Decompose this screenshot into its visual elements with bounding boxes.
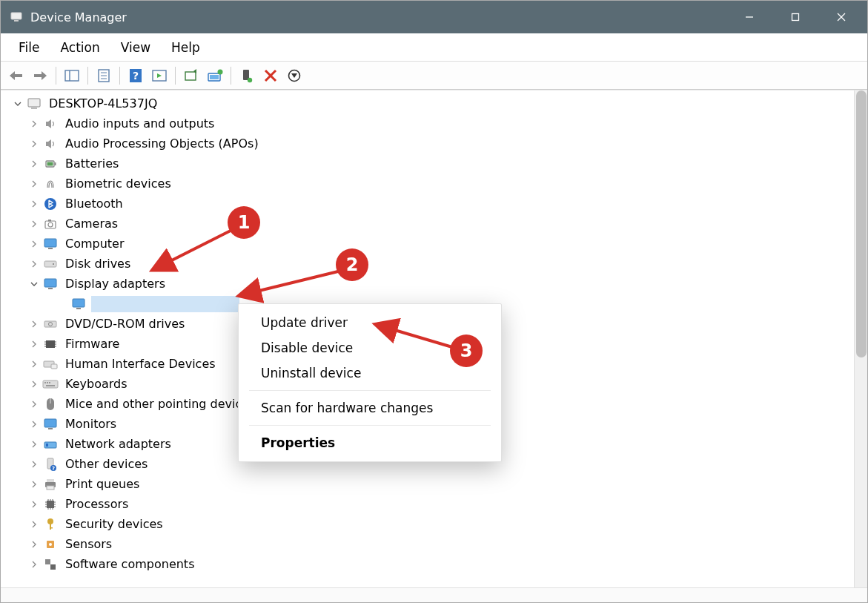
- menu-view[interactable]: View: [110, 37, 161, 58]
- keyboard-icon: [42, 376, 59, 392]
- menu-file[interactable]: File: [8, 37, 50, 58]
- nav-back-button[interactable]: [5, 65, 27, 87]
- svg-rect-8: [65, 70, 79, 81]
- tree-category-computer[interactable]: Computer: [7, 234, 854, 254]
- disable-device-button[interactable]: [283, 65, 305, 87]
- svg-rect-18: [185, 72, 196, 80]
- svg-rect-55: [51, 364, 57, 369]
- menu-help[interactable]: Help: [161, 37, 211, 58]
- annotation-bubble-3: 3: [450, 335, 483, 367]
- tree-category-biometric[interactable]: Biometric devices: [7, 174, 854, 194]
- chevron-right-icon[interactable]: [29, 219, 39, 229]
- chevron-down-icon[interactable]: [13, 99, 23, 109]
- svg-rect-43: [73, 299, 85, 307]
- chevron-right-icon[interactable]: [29, 539, 39, 550]
- tree-category-batteries[interactable]: Batteries: [7, 154, 854, 174]
- context-separator: [249, 390, 491, 391]
- chevron-right-icon[interactable]: [29, 339, 39, 349]
- tree-category-cameras[interactable]: Cameras: [7, 214, 854, 234]
- context-properties[interactable]: Properties: [239, 430, 501, 455]
- svg-rect-42: [48, 288, 53, 289]
- chevron-right-icon[interactable]: [29, 239, 39, 249]
- help-button[interactable]: ?: [125, 65, 147, 87]
- tree-category-software-components[interactable]: Software components: [7, 554, 854, 574]
- svg-point-23: [248, 77, 252, 82]
- svg-rect-29: [31, 108, 37, 109]
- bluetooth-icon: [42, 196, 59, 212]
- chevron-right-icon[interactable]: [29, 419, 39, 429]
- action-list-button[interactable]: [148, 65, 170, 87]
- toolbar-separator: [56, 67, 56, 85]
- chevron-right-icon[interactable]: [29, 479, 39, 490]
- chevron-right-icon[interactable]: [29, 499, 39, 510]
- tree-category-apo[interactable]: Audio Processing Objects (APOs): [7, 134, 854, 154]
- svg-rect-87: [50, 524, 51, 530]
- context-scan-hardware[interactable]: Scan for hardware changes: [239, 395, 501, 421]
- enable-device-button[interactable]: [236, 65, 258, 87]
- toolbar: ?: [1, 62, 867, 90]
- chevron-right-icon[interactable]: [29, 159, 39, 169]
- maximize-button[interactable]: [772, 1, 818, 33]
- chevron-right-icon[interactable]: [29, 119, 39, 129]
- scan-hardware-button[interactable]: [180, 65, 202, 87]
- minimize-button[interactable]: [726, 1, 772, 33]
- processor-icon: [42, 496, 59, 513]
- annotation-bubble-1: 1: [228, 206, 260, 239]
- svg-rect-37: [44, 239, 56, 247]
- device-manager-app-icon: [8, 9, 24, 25]
- svg-rect-7: [34, 74, 42, 77]
- chevron-right-icon[interactable]: [29, 259, 39, 269]
- display-adapter-icon: [70, 296, 87, 312]
- chevron-right-icon[interactable]: [29, 179, 39, 189]
- chevron-right-icon[interactable]: [29, 559, 39, 570]
- window-controls: [726, 1, 864, 33]
- chevron-right-icon[interactable]: [29, 199, 39, 209]
- chevron-down-icon[interactable]: [29, 279, 39, 289]
- tree-category-sensors[interactable]: Sensors: [7, 534, 854, 554]
- tree-root[interactable]: DESKTOP-4L537JQ: [7, 93, 854, 113]
- properties-button[interactable]: [93, 65, 115, 87]
- disk-icon: [42, 256, 59, 272]
- root-label: DESKTOP-4L537JQ: [47, 93, 159, 113]
- chevron-right-icon[interactable]: [29, 399, 39, 409]
- display-adapter-icon: [42, 276, 59, 292]
- window-title: Device Manager: [30, 10, 127, 24]
- menu-action[interactable]: Action: [50, 37, 110, 58]
- svg-rect-20: [210, 75, 219, 79]
- chevron-right-icon[interactable]: [29, 359, 39, 369]
- svg-rect-31: [55, 162, 56, 165]
- chevron-right-icon[interactable]: [29, 439, 39, 449]
- tree-category-disk-drives[interactable]: Disk drives: [7, 254, 854, 274]
- chevron-right-icon[interactable]: [29, 379, 39, 389]
- show-hide-tree-button[interactable]: [61, 65, 83, 87]
- tree-category-bluetooth[interactable]: Bluetooth: [7, 194, 854, 214]
- tree-category-print-queues[interactable]: Print queues: [7, 474, 854, 494]
- monitor-icon: [42, 416, 59, 432]
- svg-rect-28: [28, 99, 40, 107]
- svg-rect-60: [46, 385, 55, 386]
- chevron-right-icon[interactable]: [29, 319, 39, 329]
- svg-text:?: ?: [133, 70, 139, 82]
- svg-point-21: [218, 69, 223, 74]
- svg-rect-63: [44, 419, 56, 427]
- chevron-right-icon[interactable]: [29, 139, 39, 149]
- close-button[interactable]: [818, 1, 864, 33]
- update-driver-button[interactable]: [204, 65, 226, 87]
- tree-category-display-adapters[interactable]: Display adapters: [7, 274, 854, 294]
- annotation-arrow-1: [145, 223, 242, 283]
- nav-forward-button[interactable]: [29, 65, 51, 87]
- chevron-right-icon[interactable]: [29, 519, 39, 530]
- chevron-right-icon[interactable]: [29, 459, 39, 469]
- tree-category-security[interactable]: Security devices: [7, 514, 854, 534]
- svg-rect-73: [47, 501, 54, 508]
- tree-category-audio-io[interactable]: Audio inputs and outputs: [7, 113, 854, 134]
- svg-rect-64: [48, 428, 53, 429]
- annotation-arrow-2: [231, 264, 349, 305]
- menubar: File Action View Help: [1, 33, 867, 62]
- scrollbar-thumb[interactable]: [856, 90, 867, 357]
- vertical-scrollbar[interactable]: [854, 90, 867, 587]
- tree-category-processors[interactable]: Processors: [7, 494, 854, 514]
- battery-icon: [42, 156, 59, 172]
- uninstall-device-button[interactable]: [259, 65, 282, 87]
- svg-rect-38: [48, 248, 53, 249]
